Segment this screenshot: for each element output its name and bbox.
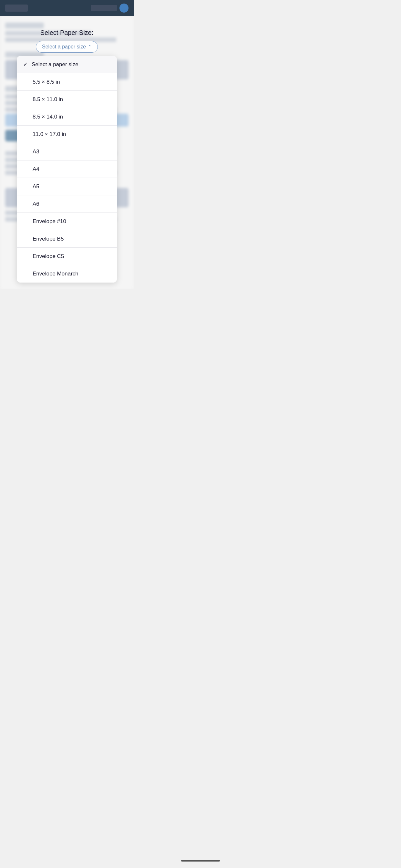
dropdown-item-envC5[interactable]: Envelope C5: [17, 248, 117, 265]
dropdown-item-a3[interactable]: A3: [17, 143, 117, 160]
dropdown-item-8x11[interactable]: 8.5 × 11.0 in: [17, 91, 117, 108]
dropdown-item-label-8x14: 8.5 × 14.0 in: [33, 114, 63, 120]
select-trigger-text: Select a paper size: [42, 44, 86, 50]
chevron-down-icon: ⌃: [88, 44, 92, 50]
paper-size-select-trigger[interactable]: Select a paper size ⌃: [36, 41, 98, 53]
dropdown-item-5x8[interactable]: 5.5 × 8.5 in: [17, 73, 117, 91]
dropdown-item-label-11x17: 11.0 × 17.0 in: [33, 131, 66, 137]
dropdown-item-label-a4: A4: [33, 166, 39, 173]
dropdown-item-label-envB5: Envelope B5: [33, 236, 64, 242]
paper-size-section: Select Paper Size: Select a paper size ⌃…: [0, 29, 134, 283]
dropdown-item-label-envC5: Envelope C5: [33, 253, 64, 259]
app-logo: [5, 4, 28, 11]
dropdown-item-a5[interactable]: A5: [17, 178, 117, 195]
dropdown-item-label-8x11: 8.5 × 11.0 in: [33, 96, 63, 103]
dropdown-item-a4[interactable]: A4: [17, 160, 117, 178]
user-avatar: [120, 4, 128, 12]
dropdown-item-envMonarch[interactable]: Envelope Monarch: [17, 265, 117, 283]
app-header: [0, 0, 134, 16]
dropdown-item-env10[interactable]: Envelope #10: [17, 213, 117, 230]
dropdown-item-label-a3: A3: [33, 149, 39, 155]
dropdown-item-label-envMonarch: Envelope Monarch: [33, 271, 79, 277]
user-name: [91, 5, 117, 11]
dropdown-item-envB5[interactable]: Envelope B5: [17, 230, 117, 248]
dropdown-item-a6[interactable]: A6: [17, 195, 117, 213]
dropdown-item-11x17[interactable]: 11.0 × 17.0 in: [17, 126, 117, 143]
dropdown-item-label-env10: Envelope #10: [33, 218, 66, 225]
dropdown-item-8x14[interactable]: 8.5 × 14.0 in: [17, 108, 117, 126]
dropdown-item-label-a5: A5: [33, 183, 39, 190]
header-right: [91, 4, 128, 12]
paper-size-label: Select Paper Size:: [40, 29, 94, 36]
dropdown-item-default[interactable]: ✓Select a paper size: [17, 56, 117, 73]
dropdown-item-label-5x8: 5.5 × 8.5 in: [33, 79, 60, 85]
dropdown-item-label-default: Select a paper size: [32, 61, 79, 68]
overlay: Select Paper Size: Select a paper size ⌃…: [0, 16, 134, 289]
checkmark-icon: ✓: [23, 61, 28, 68]
dropdown-item-label-a6: A6: [33, 201, 39, 207]
paper-size-dropdown: ✓Select a paper size5.5 × 8.5 in8.5 × 11…: [17, 56, 117, 283]
